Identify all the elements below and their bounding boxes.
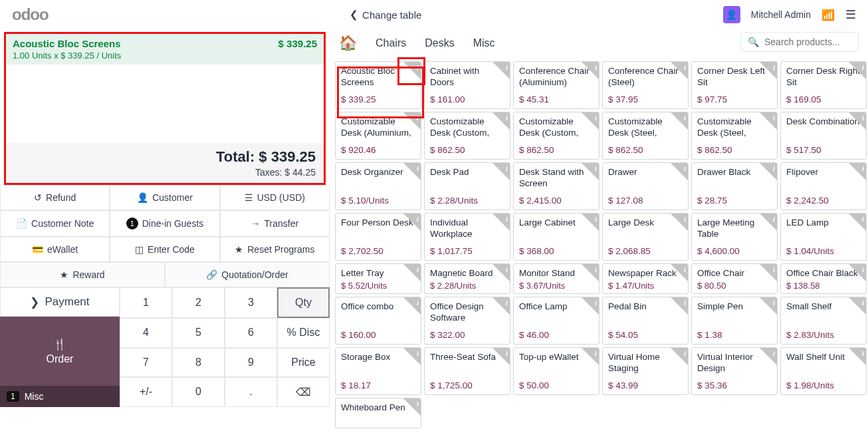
numpad-9[interactable]: 9 [225,348,277,377]
product-card[interactable]: Office Chair Black$ 138.58i [780,263,867,294]
info-corner[interactable]: i [849,163,866,180]
category-misc[interactable]: Misc [473,37,495,49]
product-card[interactable]: Desk Stand with Screen$ 2,415.00i [513,162,599,210]
info-corner[interactable]: i [582,297,599,315]
search-input[interactable] [764,37,851,47]
info-corner[interactable]: i [492,297,510,315]
info-corner[interactable]: i [492,163,510,180]
order-line[interactable]: Acoustic Bloc Screens $ 339.25 1.00 Unit… [6,34,324,65]
payment-button[interactable]: ❯ Payment [0,287,120,317]
numpad-dot[interactable]: . [225,377,277,407]
product-card[interactable]: Newspaper Rack$ 1.47/Unitsi [602,263,689,294]
info-corner[interactable]: i [671,348,688,365]
numpad-qty[interactable]: Qty [277,287,330,318]
ewallet-button[interactable]: 💳eWallet [0,237,110,262]
product-card[interactable]: LED Lamp$ 1.04/Unitsi [780,213,867,261]
category-chairs[interactable]: Chairs [376,37,406,49]
product-card[interactable]: Monitor Stand$ 3.67/Unitsi [513,263,599,294]
product-card[interactable]: Wall Shelf Unit$ 1.98/Unitsi [780,347,867,395]
numpad-2[interactable]: 2 [172,287,225,318]
numpad-3[interactable]: 3 [225,287,277,318]
info-corner[interactable]: i [582,264,599,281]
info-corner[interactable]: i [760,264,777,281]
product-card[interactable]: Storage Box$ 18.17i [335,347,421,395]
customer-note-button[interactable]: 📄Customer Note [0,210,110,237]
info-corner[interactable]: i [760,348,777,365]
product-card[interactable]: Flipover$ 2,242.50i [780,162,867,210]
numpad-5[interactable]: 5 [172,318,225,347]
user-name[interactable]: Mitchell Admin [751,9,811,20]
info-corner[interactable]: i [671,163,688,180]
menu-icon[interactable]: ☰ [845,7,856,22]
product-card[interactable]: Cabinet with Doors$ 161.00i [424,61,510,109]
info-corner[interactable]: i [403,112,421,130]
product-card[interactable]: Drawer Black$ 28.75i [691,162,778,210]
product-card[interactable]: Customizable Desk (Custom, White)$ 862.5… [513,112,599,160]
enter-code-button[interactable]: ◫Enter Code [110,237,219,262]
info-corner[interactable]: i [849,297,866,315]
numpad-backspace[interactable]: ⌫ [277,377,330,407]
numpad-0[interactable]: 0 [172,377,225,407]
product-card[interactable]: Top-up eWallet$ 50.00i [513,347,599,395]
product-card[interactable]: Corner Desk Left Sit$ 97.75i [691,61,778,109]
product-card[interactable]: Virtual Home Staging$ 43.99i [602,347,689,395]
customer-button[interactable]: 👤Customer [110,185,219,210]
product-card[interactable]: Customizable Desk (Steel, Black)$ 862.50… [602,112,689,160]
product-card[interactable]: Office Chair$ 80.50i [691,263,778,294]
info-corner[interactable]: i [849,62,866,79]
home-icon[interactable]: 🏠 [339,35,357,52]
info-corner[interactable]: i [671,62,688,79]
info-corner[interactable]: i [760,214,777,231]
product-card[interactable]: Pedal Bin$ 54.05i [602,297,689,345]
refund-button[interactable]: ↺Refund [0,185,110,210]
product-card[interactable]: Magnetic Board$ 2.28/Unitsi [424,263,510,294]
info-corner[interactable]: i [760,297,777,315]
avatar[interactable]: 👤 [723,6,740,23]
product-card[interactable]: Large Meeting Table$ 4,600.00i [691,213,778,261]
reward-button[interactable]: ★Reward [0,262,165,287]
category-desks[interactable]: Desks [425,37,454,49]
info-corner[interactable]: i [671,297,688,315]
product-card[interactable]: Desk Pad$ 2.28/Unitsi [424,162,510,210]
product-card[interactable]: Three-Seat Sofa$ 1,725.00i [424,347,510,395]
info-corner[interactable]: i [671,264,688,281]
info-corner[interactable]: i [849,214,866,231]
numpad-4[interactable]: 4 [120,318,172,347]
info-corner[interactable]: i [582,112,599,130]
info-corner[interactable]: i [849,112,866,130]
product-card[interactable]: Individual Workplace$ 1,017.75i [424,213,510,261]
info-corner[interactable]: i [403,214,421,231]
product-card[interactable]: Customizable Desk (Aluminium, White)$ 92… [335,112,421,160]
numpad-disc[interactable]: % Disc [277,318,330,347]
product-card[interactable]: Desk Organizer$ 5.10/Unitsi [335,162,421,210]
product-card[interactable]: Simple Pen$ 1.38i [691,297,778,345]
info-corner[interactable]: i [582,214,599,231]
info-corner[interactable]: i [403,163,421,180]
product-card[interactable]: Conference Chair (Steel)$ 37.95i [602,61,689,109]
info-corner[interactable]: i [403,297,421,315]
product-card[interactable]: Desk Combination$ 517.50i [780,112,867,160]
info-corner[interactable]: i [582,62,599,79]
order-button[interactable]: 🍴 Order [0,317,120,386]
dinein-button[interactable]: 1Dine-in Guests [110,210,219,237]
numpad-7[interactable]: 7 [120,348,172,377]
info-corner[interactable]: i [760,62,777,79]
product-card[interactable]: Large Desk$ 2,068.85i [602,213,689,261]
info-corner[interactable]: i [403,264,421,281]
product-card[interactable]: Drawer$ 127.08i [602,162,689,210]
product-card[interactable]: Virtual Interior Design$ 35.36i [691,347,778,395]
product-card[interactable]: Customizable Desk (Custom, Black)$ 862.5… [424,112,510,160]
info-corner[interactable]: i [849,348,866,365]
product-card[interactable]: Conference Chair (Aluminium)$ 45.31i [513,61,599,109]
info-corner[interactable]: i [671,214,688,231]
info-corner[interactable]: i [849,264,866,281]
info-corner[interactable]: i [492,264,510,281]
search-box[interactable]: 🔍 [740,32,859,52]
product-card[interactable]: Office combo$ 160.00i [335,297,421,345]
quotation-button[interactable]: 🔗Quotation/Order [165,262,330,287]
product-card[interactable]: Small Shelf$ 2.83/Unitsi [780,297,867,345]
info-corner[interactable]: i [671,112,688,130]
reset-programs-button[interactable]: ★Reset Programs [220,237,330,262]
transfer-button[interactable]: →Transfer [220,210,330,237]
product-card[interactable]: Office Lamp$ 46.00i [513,297,599,345]
